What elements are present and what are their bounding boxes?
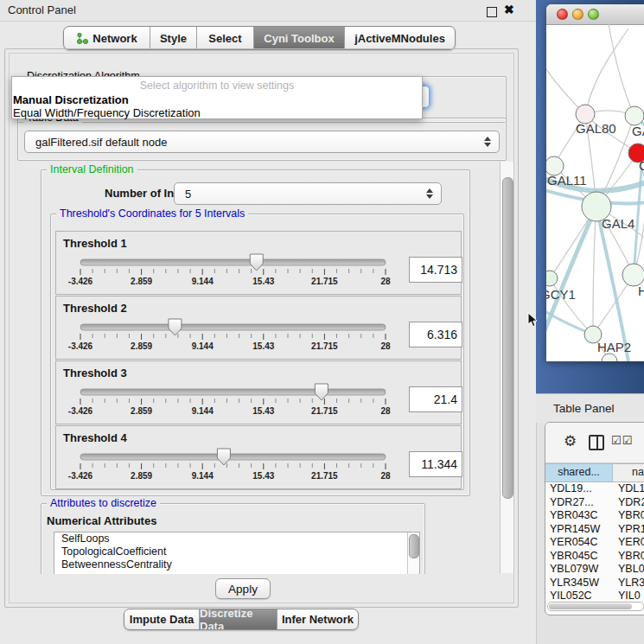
- tick-label: 28: [380, 406, 391, 416]
- tab-label: Select: [208, 32, 241, 45]
- network-node-top-right-node[interactable]: [625, 106, 644, 125]
- table-data-combo[interactable]: galFiltered.sif default node: [24, 131, 500, 153]
- split-columns-icon[interactable]: [589, 435, 604, 450]
- network-graph-canvas[interactable]: GAL80GACGAL11GAL4GCY1HHAP2: [546, 24, 644, 361]
- minimize-traffic-light-icon[interactable]: [572, 9, 583, 20]
- slider-thumb[interactable]: [315, 384, 328, 400]
- table-cell-shared-name: YBL079W: [545, 563, 613, 577]
- tick-label: 28: [380, 341, 391, 351]
- slider-track[interactable]: [80, 389, 386, 395]
- thresholds-group: Threshold's Coordinates for 5 Intervals …: [50, 214, 464, 490]
- tab-select[interactable]: Select: [197, 27, 254, 49]
- table-row[interactable]: YDL19...YDL1: [545, 482, 644, 496]
- tab-jactivemnodules[interactable]: jActiveMNodules: [345, 27, 455, 49]
- column-header-name[interactable]: na: [613, 464, 644, 481]
- network-node-bottom-node[interactable]: [602, 354, 617, 361]
- popup-option[interactable]: Equal Width/Frequency Discretization: [13, 106, 201, 119]
- tab-impute-data[interactable]: Impute Data: [124, 609, 200, 629]
- tick-label: 15.43: [252, 406, 274, 416]
- interval-definition-title: Interval Definition: [47, 163, 137, 175]
- zoom-traffic-light-icon[interactable]: [588, 9, 599, 20]
- network-node-label: HAP2: [597, 340, 631, 354]
- table-row[interactable]: YBR043CYBR0: [545, 509, 644, 523]
- tick-label: -3.426: [68, 341, 93, 351]
- tab-label: Impute Data: [130, 613, 194, 626]
- network-node-gcy1-node[interactable]: [546, 271, 558, 286]
- float-window-icon[interactable]: [487, 7, 497, 17]
- panel-scrollbar[interactable]: [500, 162, 514, 573]
- table-hscroll-thumb[interactable]: [549, 603, 632, 609]
- close-traffic-light-icon[interactable]: [557, 9, 568, 20]
- slider-thumb[interactable]: [169, 319, 182, 335]
- network-icon: [76, 32, 88, 44]
- attributes-scrollbar-thumb[interactable]: [409, 534, 419, 558]
- table-cell-name: YBL0: [613, 563, 644, 577]
- tick-label: 9.144: [192, 277, 214, 286]
- attribute-list-item[interactable]: TopologicalCoefficient: [54, 545, 419, 558]
- tab-cyni-toolbox[interactable]: Cyni Toolbox: [254, 27, 345, 49]
- network-node-label: GA: [632, 124, 644, 138]
- popup-prompt: Select algorithm to view settings: [12, 80, 422, 92]
- threshold-slider[interactable]: -3.4262.8599.14415.4321.71528: [56, 317, 462, 357]
- tab-label: Cyni Toolbox: [264, 32, 334, 45]
- table-cell-shared-name: YER054C: [545, 536, 613, 550]
- threshold-value-field[interactable]: 6.316: [409, 322, 462, 348]
- tick-label: 2.859: [131, 277, 152, 286]
- table-cell-name: YER0: [613, 536, 644, 550]
- tick-label: 9.144: [192, 341, 214, 351]
- table-row[interactable]: YER054CYER0: [545, 536, 644, 550]
- tab-discretize-data[interactable]: Discretize Data: [200, 609, 277, 629]
- tab-infer-network[interactable]: Infer Network: [277, 609, 358, 629]
- threshold-value-field[interactable]: 11.344: [409, 451, 462, 477]
- table-panel: ⚙ ☑☑ shared... na YDL19...YDL1YDR27...YD…: [545, 422, 644, 615]
- table-data-combo-value: galFiltered.sif default node: [25, 136, 167, 149]
- slider-thumb[interactable]: [217, 449, 230, 465]
- table-row[interactable]: YBR045CYBR0: [545, 550, 644, 564]
- apply-button[interactable]: Apply: [215, 578, 271, 599]
- table-row[interactable]: YDR27...YDR2: [545, 496, 644, 510]
- thresholds-group-title: Threshold's Coordinates for 5 Intervals: [56, 207, 248, 220]
- slider-track[interactable]: [80, 324, 386, 330]
- panel-title: Control Panel: [8, 3, 76, 16]
- tick-label: 21.715: [311, 341, 338, 351]
- table-header-row: shared... na: [545, 463, 644, 482]
- gear-icon[interactable]: ⚙: [564, 432, 577, 450]
- table-horizontal-scrollbar[interactable]: [547, 602, 644, 611]
- table-cell-shared-name: YLR345W: [545, 577, 613, 590]
- panel-scrollbar-thumb[interactable]: [502, 177, 513, 499]
- threshold-label: Threshold 2: [63, 302, 127, 315]
- table-row[interactable]: YPR145WYPR1: [545, 523, 644, 537]
- slider-thumb[interactable]: [250, 254, 263, 271]
- tab-style[interactable]: Style: [150, 27, 197, 49]
- control-panel-titlebar: Control Panel ✖: [0, 0, 536, 22]
- popup-option[interactable]: Manual Discretization: [13, 93, 129, 106]
- checkbox-icons[interactable]: ☑☑: [611, 434, 633, 447]
- table-cell-shared-name: YPR145W: [545, 523, 613, 537]
- attribute-list-item[interactable]: SelfLoops: [54, 532, 419, 545]
- threshold-panel: Threshold 4-3.4262.8599.14415.4321.71528…: [55, 425, 462, 489]
- threshold-slider[interactable]: -3.4262.8599.14415.4321.71528: [56, 252, 462, 292]
- threshold-value-field[interactable]: 14.713: [409, 257, 462, 283]
- close-icon[interactable]: ✖: [504, 3, 514, 16]
- table-row[interactable]: YBL079WYBL0: [545, 563, 644, 577]
- table-panel-title: Table Panel: [553, 402, 615, 415]
- network-window-titlebar[interactable]: [546, 4, 644, 25]
- attributes-scrollbar[interactable]: [407, 532, 419, 574]
- column-header-shared[interactable]: shared...: [545, 464, 613, 481]
- threshold-slider[interactable]: -3.4262.8599.14415.4321.71528: [56, 382, 462, 422]
- attributes-group: Attributes to discretize Numerical Attri…: [41, 503, 425, 574]
- table-row[interactable]: YLR345WYLR3: [545, 577, 644, 590]
- tick-label: 28: [380, 277, 391, 286]
- slider-track[interactable]: [80, 454, 386, 460]
- network-node-label: GCY1: [546, 287, 576, 302]
- threshold-value-field[interactable]: 21.4: [409, 386, 462, 412]
- number-of-intervals-combo[interactable]: 5: [174, 182, 442, 205]
- combo-stepper-icon: [426, 188, 433, 199]
- attribute-list-item[interactable]: BetweennessCentrality: [54, 558, 419, 571]
- threshold-panel: Threshold 3-3.4262.8599.14415.4321.71528…: [55, 360, 462, 424]
- tick-label: -3.426: [68, 277, 93, 286]
- slider-track[interactable]: [80, 259, 386, 265]
- threshold-slider[interactable]: -3.4262.8599.14415.4321.71528: [56, 447, 462, 487]
- tab-network[interactable]: Network: [64, 27, 150, 49]
- table-toolbar: ⚙ ☑☑: [545, 423, 644, 463]
